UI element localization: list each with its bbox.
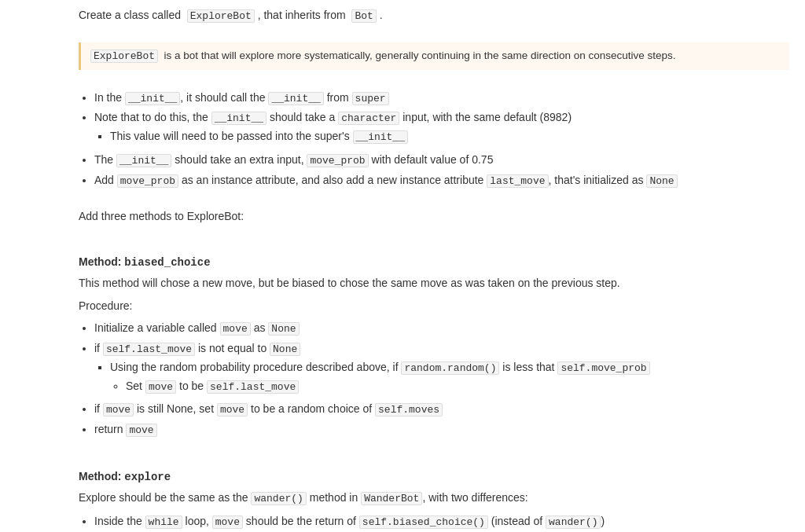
move-prob-code-1: move_prob xyxy=(307,154,368,167)
explore-bullets: Inside the while loop, move should be th… xyxy=(94,512,789,532)
explore-bullet-1: Inside the while loop, move should be th… xyxy=(94,512,789,531)
bot-code: Bot xyxy=(351,9,376,23)
move-prob-code-2: move_prob xyxy=(117,174,178,188)
explore-header: explore xyxy=(124,471,171,483)
self-last-move-code-2: self.last_move xyxy=(207,380,299,394)
procedure-label: Procedure: xyxy=(79,297,789,314)
bc-bullet-4: return move xyxy=(94,420,789,439)
highlight-text: ExploreBot is a bot that will explore mo… xyxy=(79,42,789,70)
self-moves-code: self.moves xyxy=(375,403,443,416)
sub-bullets-1: This value will need to be passed into t… xyxy=(110,127,789,146)
biased-choice-bullets: Initialize a variable called move as Non… xyxy=(94,319,789,439)
init-code-1: __init__ xyxy=(125,92,180,105)
move-code-6: move xyxy=(212,515,243,529)
self-move-prob-code: self.move_prob xyxy=(557,361,649,375)
explore-title: Method: explore xyxy=(79,468,789,486)
intro-paragraph: Create a class called ExploreBot , that … xyxy=(79,6,789,25)
move-code-1: move xyxy=(220,322,251,336)
move-code-3: move xyxy=(103,403,134,416)
character-code: character xyxy=(338,112,399,125)
highlight-block: ExploreBot is a bot that will explore mo… xyxy=(0,36,805,83)
explore-block: Method: explore Explore should be the sa… xyxy=(0,450,805,532)
bc-sub-sub-1: Set move to be self.last_move xyxy=(126,377,789,396)
super-code: super xyxy=(352,92,389,105)
init-code-5: __init__ xyxy=(116,154,171,167)
init-code-2: __init__ xyxy=(268,92,323,105)
wander-code: wander() xyxy=(251,492,306,505)
random-random-code: random.random() xyxy=(401,361,499,375)
bullet-init-3: The __init__ should take an extra input,… xyxy=(94,151,789,170)
explorebot-code-1: ExploreBot xyxy=(187,9,255,23)
intro-block: Create a class called ExploreBot , that … xyxy=(0,0,805,36)
wander-code-2: wander() xyxy=(546,515,601,529)
add-methods-text: Add three methods to ExploreBot: xyxy=(79,207,789,225)
bullet-init-2: Note that to do this, the __init__ shoul… xyxy=(94,108,789,146)
add-methods-block: Add three methods to ExploreBot: xyxy=(0,201,805,236)
bc-bullet-3: if move is still None, set move to be a … xyxy=(94,400,789,419)
bc-sub-sub-bullets: Set move to be self.last_move xyxy=(126,377,789,396)
bc-bullet-2: if self.last_move is not equal to None U… xyxy=(94,339,789,395)
init-code-4: __init__ xyxy=(353,130,408,144)
move-code-2: move xyxy=(145,380,176,394)
bc-sub-1: Using the random probability procedure d… xyxy=(110,358,789,396)
none-code-1: None xyxy=(646,174,677,188)
self-biased-choice-code: self.biased_choice() xyxy=(359,515,488,529)
biased-choice-title: Method: biased_choice xyxy=(79,253,789,271)
while-code-1: while xyxy=(145,515,182,529)
move-code-5: move xyxy=(126,424,156,437)
bullet-init-1: In the __init__, it should call the __in… xyxy=(94,89,789,108)
biased-choice-header: biased_choice xyxy=(124,256,210,269)
last-move-code-1: last_move xyxy=(487,174,548,188)
wanderbot-code: WanderBot xyxy=(361,492,422,505)
none-code-2: None xyxy=(268,322,299,336)
notebook-container: Create a class called ExploreBot , that … xyxy=(0,0,805,532)
bc-sub-bullets: Using the random probability procedure d… xyxy=(110,358,789,396)
self-last-move-code-1: self.last_move xyxy=(103,343,195,356)
biased-choice-desc: This method will chose a new move, but b… xyxy=(79,274,789,292)
init-code-3: __init__ xyxy=(211,112,266,125)
bc-bullet-1: Initialize a variable called move as Non… xyxy=(94,319,789,338)
none-code-3: None xyxy=(270,343,300,356)
init-bullets-list: In the __init__, it should call the __in… xyxy=(94,89,789,190)
init-bullets-block: In the __init__, it should call the __in… xyxy=(0,83,805,201)
explorebot-inline: ExploreBot xyxy=(90,50,158,63)
bullet-init-4: Add move_prob as an instance attribute, … xyxy=(94,171,789,190)
sub-bullet-1: This value will need to be passed into t… xyxy=(110,127,789,146)
biased-choice-block: Method: biased_choice This method will c… xyxy=(0,236,805,450)
move-code-4: move xyxy=(217,403,248,416)
explore-desc: Explore should be the same as the wander… xyxy=(79,489,789,508)
